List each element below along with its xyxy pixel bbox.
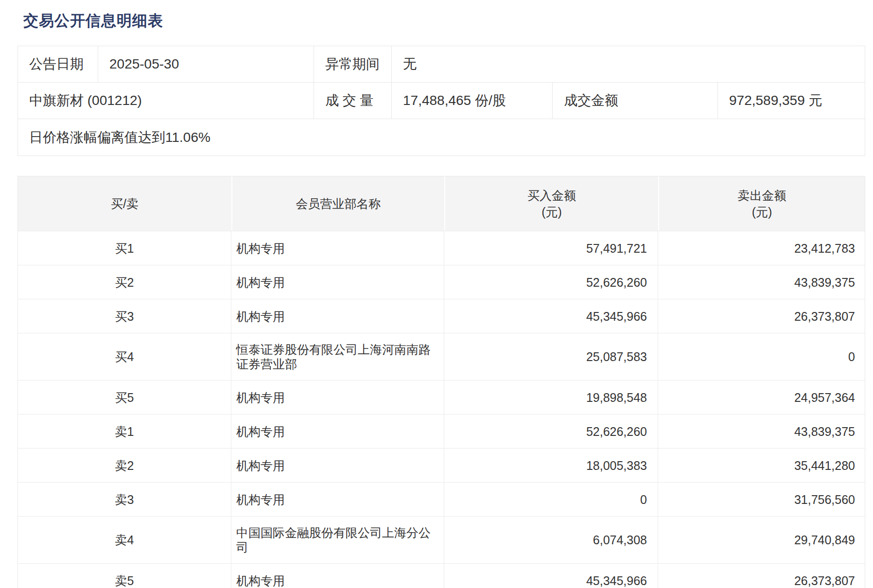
side-cell: 买2 <box>18 265 231 299</box>
summary-row-reason: 日价格涨幅偏离值达到11.06% <box>18 119 865 156</box>
buy-amount-cell: 52,626,260 <box>444 415 658 448</box>
header-side-label: 买/卖 <box>111 195 139 212</box>
branch-cell: 机构专用 <box>231 483 444 516</box>
sell-amount-cell: 43,839,375 <box>658 265 865 299</box>
buy-amount-cell: 19,898,548 <box>444 380 658 414</box>
buy-amount-cell: 45,345,966 <box>444 564 658 588</box>
table-row: 卖5 机构专用 45,345,966 26,373,807 <box>18 563 865 588</box>
abnormal-period-value: 无 <box>392 46 865 82</box>
trade-summary-table: 公告日期 2025-05-30 异常期间 无 中旗新材 (001212) 成 交… <box>17 46 865 156</box>
table-header-row: 买/卖 会员营业部名称 买入金额 (元) 卖出金额 (元) <box>18 176 865 231</box>
header-branch-label: 会员营业部名称 <box>296 195 381 212</box>
side-cell: 买4 <box>18 333 231 380</box>
table-row: 卖1 机构专用 52,626,260 43,839,375 <box>18 414 865 448</box>
broker-detail-table: 买/卖 会员营业部名称 买入金额 (元) 卖出金额 (元) 买1 机构专用 57… <box>17 176 865 588</box>
side-cell: 买1 <box>18 231 231 265</box>
table-row: 买1 机构专用 57,491,721 23,412,783 <box>18 231 865 265</box>
stock-name: 中旗新材 (001212) <box>18 83 314 119</box>
volume-value: 17,488,465 份/股 <box>392 83 553 119</box>
sell-amount-cell: 24,957,364 <box>658 380 865 414</box>
side-cell: 卖5 <box>18 564 231 588</box>
side-cell: 买5 <box>18 380 231 414</box>
header-sell-amount: 卖出金额 (元) <box>658 176 865 231</box>
header-side: 买/卖 <box>18 176 231 231</box>
announce-date-value: 2025-05-30 <box>98 46 314 82</box>
table-row: 卖4 中国国际金融股份有限公司上海分公司 6,074,308 29,740,84… <box>18 516 865 563</box>
table-row: 卖2 机构专用 18,005,383 35,441,280 <box>18 448 865 482</box>
sell-amount-cell: 23,412,783 <box>658 231 865 265</box>
buy-amount-cell: 45,345,966 <box>444 299 658 333</box>
buy-amount-cell: 18,005,383 <box>444 449 658 482</box>
sell-amount-cell: 29,740,849 <box>658 517 865 563</box>
sell-amount-cell: 26,373,807 <box>658 564 865 588</box>
buy-amount-cell: 57,491,721 <box>444 231 658 265</box>
sell-amount-cell: 0 <box>658 333 865 380</box>
abnormal-period-label: 异常期间 <box>314 46 392 82</box>
header-buy-amount-line1: 买入金额 <box>527 187 576 204</box>
header-buy-amount-line2: (元) <box>541 204 562 220</box>
table-row: 买2 机构专用 52,626,260 43,839,375 <box>18 265 865 299</box>
side-cell: 卖4 <box>18 517 231 563</box>
table-row: 卖3 机构专用 0 31,756,560 <box>18 482 865 516</box>
branch-cell: 恒泰证券股份有限公司上海河南南路证券营业部 <box>231 333 444 380</box>
summary-row-stock: 中旗新材 (001212) 成 交 量 17,488,465 份/股 成交金额 … <box>18 83 865 119</box>
branch-cell: 机构专用 <box>231 299 444 333</box>
header-sell-amount-line1: 卖出金额 <box>738 187 786 204</box>
sell-amount-cell: 43,839,375 <box>658 415 865 448</box>
turnover-value: 972,589,359 元 <box>718 83 865 119</box>
summary-row-date: 公告日期 2025-05-30 异常期间 无 <box>18 46 865 83</box>
branch-cell: 机构专用 <box>231 231 444 265</box>
volume-label: 成 交 量 <box>314 83 392 119</box>
deviation-reason: 日价格涨幅偏离值达到11.06% <box>18 119 865 156</box>
branch-cell: 机构专用 <box>231 415 444 448</box>
side-cell: 卖1 <box>18 415 231 448</box>
table-row: 买5 机构专用 19,898,548 24,957,364 <box>18 380 865 414</box>
buy-amount-cell: 52,626,260 <box>444 265 658 299</box>
branch-cell: 机构专用 <box>231 564 444 588</box>
side-cell: 卖3 <box>18 483 231 516</box>
header-buy-amount: 买入金额 (元) <box>444 176 658 231</box>
side-cell: 买3 <box>18 299 231 333</box>
sell-amount-cell: 31,756,560 <box>658 483 865 516</box>
table-row: 买4 恒泰证券股份有限公司上海河南南路证券营业部 25,087,583 0 <box>18 333 865 380</box>
header-sell-amount-line2: (元) <box>752 204 772 220</box>
table-row: 买3 机构专用 45,345,966 26,373,807 <box>18 299 865 333</box>
page-title: 交易公开信息明细表 <box>23 11 873 31</box>
buy-amount-cell: 6,074,308 <box>444 517 658 563</box>
branch-cell: 机构专用 <box>231 449 444 482</box>
branch-cell: 机构专用 <box>231 265 444 299</box>
buy-amount-cell: 0 <box>444 483 658 516</box>
header-branch: 会员营业部名称 <box>231 176 444 231</box>
side-cell: 卖2 <box>18 449 231 482</box>
branch-cell: 中国国际金融股份有限公司上海分公司 <box>231 517 444 563</box>
sell-amount-cell: 26,373,807 <box>658 299 865 333</box>
announce-date-label: 公告日期 <box>18 46 98 82</box>
branch-cell: 机构专用 <box>231 380 444 414</box>
buy-amount-cell: 25,087,583 <box>444 333 658 380</box>
turnover-label: 成交金额 <box>553 83 718 119</box>
sell-amount-cell: 35,441,280 <box>658 449 865 482</box>
